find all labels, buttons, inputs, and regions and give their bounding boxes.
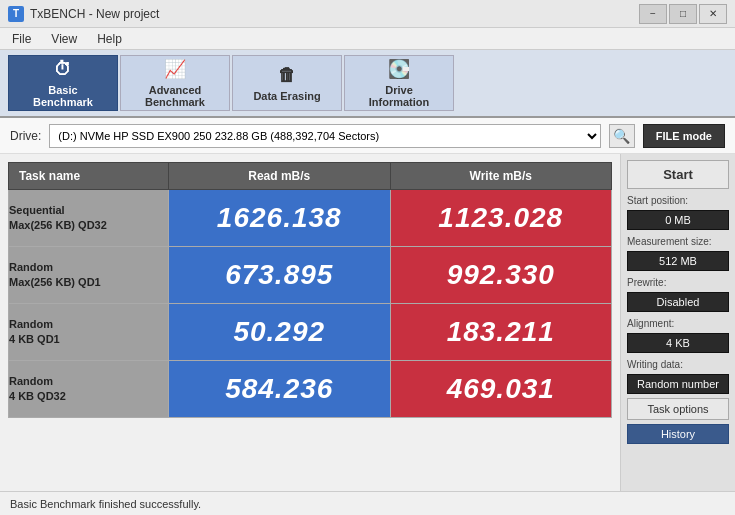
read-value-cell: 584.236 bbox=[169, 361, 391, 418]
menu-help[interactable]: Help bbox=[89, 30, 130, 48]
tab-drive-information-label: Drive Information bbox=[369, 84, 430, 108]
tab-basic-benchmark-label: Basic Benchmark bbox=[33, 84, 93, 108]
status-message: Basic Benchmark finished successfully. bbox=[10, 498, 201, 510]
read-value-cell: 50.292 bbox=[169, 304, 391, 361]
writing-data-value[interactable]: Random number bbox=[627, 374, 729, 394]
table-row: Random 4 KB QD32 584.236 469.031 bbox=[9, 361, 612, 418]
start-button[interactable]: Start bbox=[627, 160, 729, 189]
col-task-name: Task name bbox=[9, 163, 169, 190]
read-value-cell: 673.895 bbox=[169, 247, 391, 304]
advanced-benchmark-icon: 📈 bbox=[164, 58, 186, 80]
drive-label: Drive: bbox=[10, 129, 41, 143]
alignment-value[interactable]: 4 KB bbox=[627, 333, 729, 353]
task-options-button[interactable]: Task options bbox=[627, 398, 729, 420]
minimize-button[interactable]: − bbox=[639, 4, 667, 24]
drive-select[interactable]: (D:) NVMe HP SSD EX900 250 232.88 GB (48… bbox=[49, 124, 600, 148]
app-icon: T bbox=[8, 6, 24, 22]
table-header-row: Task name Read mB/s Write mB/s bbox=[9, 163, 612, 190]
table-row: Random 4 KB QD1 50.292 183.211 bbox=[9, 304, 612, 361]
title-bar-title: TxBENCH - New project bbox=[30, 7, 159, 21]
task-line1: Random bbox=[9, 318, 53, 330]
write-value: 992.330 bbox=[391, 247, 612, 303]
write-value-cell: 992.330 bbox=[390, 247, 612, 304]
writing-data-label: Writing data: bbox=[627, 359, 729, 370]
read-value-cell: 1626.138 bbox=[169, 190, 391, 247]
task-cell: Sequential Max(256 KB) QD32 bbox=[9, 190, 169, 247]
maximize-button[interactable]: □ bbox=[669, 4, 697, 24]
write-value-cell: 1123.028 bbox=[390, 190, 612, 247]
toolbar: ⏱ Basic Benchmark 📈 Advanced Benchmark 🗑… bbox=[0, 50, 735, 118]
main-content: Task name Read mB/s Write mB/s Sequentia… bbox=[0, 154, 735, 491]
table-row: Random Max(256 KB) QD1 673.895 992.330 bbox=[9, 247, 612, 304]
prewrite-value[interactable]: Disabled bbox=[627, 292, 729, 312]
right-panel: Start Start position: 0 MB Measurement s… bbox=[620, 154, 735, 491]
tab-drive-information[interactable]: 💽 Drive Information bbox=[344, 55, 454, 111]
col-write: Write mB/s bbox=[390, 163, 612, 190]
task-line1: Sequential bbox=[9, 204, 65, 216]
write-value: 183.211 bbox=[391, 304, 612, 360]
read-value: 1626.138 bbox=[169, 190, 390, 246]
menu-view[interactable]: View bbox=[43, 30, 85, 48]
basic-benchmark-icon: ⏱ bbox=[54, 59, 72, 80]
tab-data-erasing-label: Data Erasing bbox=[253, 90, 320, 102]
close-button[interactable]: ✕ bbox=[699, 4, 727, 24]
status-bar: Basic Benchmark finished successfully. bbox=[0, 491, 735, 515]
task-cell: Random 4 KB QD1 bbox=[9, 304, 169, 361]
start-position-label: Start position: bbox=[627, 195, 729, 206]
task-line2: 4 KB QD32 bbox=[9, 390, 66, 402]
menu-bar: File View Help bbox=[0, 28, 735, 50]
tab-advanced-benchmark-label: Advanced Benchmark bbox=[145, 84, 205, 108]
measurement-size-value[interactable]: 512 MB bbox=[627, 251, 729, 271]
table-row: Sequential Max(256 KB) QD32 1626.138 112… bbox=[9, 190, 612, 247]
task-cell: Random Max(256 KB) QD1 bbox=[9, 247, 169, 304]
read-value: 673.895 bbox=[169, 247, 390, 303]
title-bar-left: T TxBENCH - New project bbox=[8, 6, 159, 22]
history-button[interactable]: History bbox=[627, 424, 729, 444]
tab-data-erasing[interactable]: 🗑 Data Erasing bbox=[232, 55, 342, 111]
task-line2: 4 KB QD1 bbox=[9, 333, 60, 345]
write-value: 1123.028 bbox=[391, 190, 612, 246]
read-value: 584.236 bbox=[169, 361, 390, 417]
col-read: Read mB/s bbox=[169, 163, 391, 190]
data-erasing-icon: 🗑 bbox=[278, 65, 296, 86]
title-bar-controls: − □ ✕ bbox=[639, 4, 727, 24]
task-line2: Max(256 KB) QD1 bbox=[9, 276, 101, 288]
tab-advanced-benchmark[interactable]: 📈 Advanced Benchmark bbox=[120, 55, 230, 111]
title-bar: T TxBENCH - New project − □ ✕ bbox=[0, 0, 735, 28]
prewrite-label: Prewrite: bbox=[627, 277, 729, 288]
write-value-cell: 183.211 bbox=[390, 304, 612, 361]
task-cell: Random 4 KB QD32 bbox=[9, 361, 169, 418]
file-mode-button[interactable]: FILE mode bbox=[643, 124, 725, 148]
task-line1: Random bbox=[9, 261, 53, 273]
drive-row: Drive: (D:) NVMe HP SSD EX900 250 232.88… bbox=[0, 118, 735, 154]
measurement-size-label: Measurement size: bbox=[627, 236, 729, 247]
drive-information-icon: 💽 bbox=[388, 58, 410, 80]
benchmark-table: Task name Read mB/s Write mB/s Sequentia… bbox=[8, 162, 612, 418]
drive-refresh-button[interactable]: 🔍 bbox=[609, 124, 635, 148]
task-line2: Max(256 KB) QD32 bbox=[9, 219, 107, 231]
table-area: Task name Read mB/s Write mB/s Sequentia… bbox=[0, 154, 620, 491]
write-value: 469.031 bbox=[391, 361, 612, 417]
menu-file[interactable]: File bbox=[4, 30, 39, 48]
alignment-label: Alignment: bbox=[627, 318, 729, 329]
tab-basic-benchmark[interactable]: ⏱ Basic Benchmark bbox=[8, 55, 118, 111]
task-line1: Random bbox=[9, 375, 53, 387]
read-value: 50.292 bbox=[169, 304, 390, 360]
write-value-cell: 469.031 bbox=[390, 361, 612, 418]
start-position-value[interactable]: 0 MB bbox=[627, 210, 729, 230]
